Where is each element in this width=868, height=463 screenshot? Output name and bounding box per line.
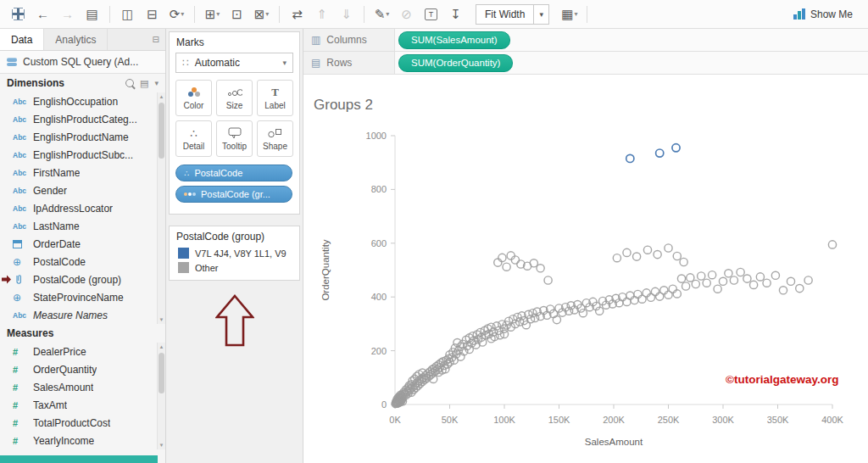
scroll-up-icon[interactable]: ▲ bbox=[158, 343, 165, 351]
panel-menu-icon[interactable]: ⊟ bbox=[147, 29, 165, 50]
undo-icon[interactable]: ← bbox=[31, 4, 54, 25]
field-taxamt[interactable]: #TaxAmt bbox=[0, 396, 165, 414]
view-options-icon[interactable]: ▤ bbox=[140, 78, 148, 89]
data-point[interactable] bbox=[737, 268, 744, 276]
data-point[interactable] bbox=[730, 276, 737, 284]
data-point-highlighted[interactable] bbox=[626, 154, 634, 162]
field-dealerprice[interactable]: #DealerPrice bbox=[0, 343, 165, 360]
data-point[interactable] bbox=[498, 254, 506, 261]
data-point[interactable] bbox=[787, 277, 794, 285]
label-button[interactable]: TLabel bbox=[257, 80, 293, 116]
data-point-highlighted[interactable] bbox=[656, 149, 664, 157]
scatter-plot[interactable]: 0K50K100K150K200K250K300K350K400K0200400… bbox=[303, 75, 868, 463]
data-point[interactable] bbox=[579, 310, 587, 317]
data-point[interactable] bbox=[494, 259, 502, 266]
group-members-icon[interactable]: ⊘ bbox=[395, 4, 418, 25]
field-englishproductname[interactable]: AbcEnglishProductName bbox=[0, 128, 165, 146]
new-datasource-icon[interactable]: ◫ bbox=[116, 4, 139, 25]
data-point[interactable] bbox=[673, 252, 681, 259]
data-point[interactable] bbox=[719, 277, 726, 285]
field-yearlyincome[interactable]: #YearlyIncome bbox=[0, 432, 165, 449]
field-lastname[interactable]: AbcLastName bbox=[0, 217, 165, 235]
data-point[interactable] bbox=[530, 259, 537, 267]
field-salesamount[interactable]: #SalesAmount bbox=[0, 378, 165, 396]
scroll-down-icon[interactable]: ▼ bbox=[158, 315, 165, 324]
data-point[interactable] bbox=[626, 292, 634, 299]
data-point[interactable] bbox=[687, 274, 694, 282]
data-point[interactable] bbox=[743, 275, 751, 282]
data-point[interactable] bbox=[631, 296, 638, 304]
field-englishproductcateg-[interactable]: AbcEnglishProductCateg... bbox=[0, 110, 165, 128]
show-mark-labels-icon[interactable]: T bbox=[420, 4, 442, 25]
scroll-thumb[interactable] bbox=[159, 103, 164, 159]
color-button[interactable]: Color bbox=[175, 80, 212, 116]
data-point[interactable] bbox=[703, 279, 710, 287]
field-firstname[interactable]: AbcFirstName bbox=[0, 164, 165, 181]
field-gender[interactable]: AbcGender bbox=[0, 181, 165, 199]
data-point[interactable] bbox=[763, 279, 771, 287]
marks-pill-1[interactable]: ∴PostalCode bbox=[175, 165, 292, 181]
clear-sheet-icon[interactable]: ⊠▾ bbox=[250, 4, 273, 25]
data-point[interactable] bbox=[682, 282, 690, 290]
size-button[interactable]: Size bbox=[216, 80, 253, 116]
data-point[interactable] bbox=[698, 272, 705, 280]
tableau-logo-icon[interactable] bbox=[7, 4, 30, 25]
rows-pill[interactable]: SUM(OrderQuantity) bbox=[398, 54, 513, 72]
detail-button[interactable]: ∴Detail bbox=[175, 120, 212, 157]
run-auto-updates-icon[interactable]: ⟳▾ bbox=[165, 4, 188, 25]
swap-axes-icon[interactable]: ⇄ bbox=[286, 4, 309, 25]
field-englishproductsubc-[interactable]: AbcEnglishProductSubc... bbox=[0, 146, 165, 164]
mark-type-dropdown[interactable]: ∷ Automatic ▾ bbox=[175, 53, 293, 73]
data-point[interactable] bbox=[511, 256, 519, 264]
duplicate-sheet-icon[interactable]: ⊡ bbox=[225, 4, 248, 25]
field-orderdate[interactable]: OrderDate bbox=[0, 235, 165, 253]
fit-caret-icon[interactable]: ▾ bbox=[533, 5, 548, 24]
data-point[interactable] bbox=[651, 287, 659, 295]
field-postalcode-group-[interactable]: PostalCode (group) bbox=[0, 271, 165, 288]
tab-data[interactable]: Data bbox=[0, 29, 44, 50]
columns-pill[interactable]: SUM(SalesAmount) bbox=[398, 31, 510, 49]
data-point[interactable] bbox=[725, 270, 732, 277]
field-totalproductcost[interactable]: #TotalProductCost bbox=[0, 414, 165, 432]
data-point[interactable] bbox=[692, 280, 699, 287]
field-stateprovincename[interactable]: ⊕StateProvinceName bbox=[0, 288, 165, 306]
data-point[interactable] bbox=[796, 285, 804, 293]
dimensions-scrollbar[interactable]: ▲▼ bbox=[157, 92, 165, 324]
highlight-icon[interactable]: ✎▾ bbox=[370, 4, 393, 25]
data-point[interactable] bbox=[779, 287, 787, 294]
new-sheet-icon[interactable]: ⊞▾ bbox=[201, 4, 224, 25]
data-point[interactable] bbox=[537, 265, 544, 272]
data-point[interactable] bbox=[613, 254, 620, 262]
partial-selected-row[interactable] bbox=[0, 455, 158, 463]
field-orderquantity[interactable]: #OrderQuantity bbox=[0, 360, 165, 378]
pin-icon[interactable]: ↧ bbox=[444, 4, 467, 25]
data-point[interactable] bbox=[665, 244, 672, 252]
data-point[interactable] bbox=[654, 251, 661, 259]
scroll-up-icon[interactable]: ▲ bbox=[158, 92, 165, 101]
legend-item[interactable]: Other bbox=[170, 260, 299, 275]
field-ipaddresslocator[interactable]: AbcIpAddressLocator bbox=[0, 199, 165, 217]
search-icon[interactable] bbox=[125, 79, 134, 87]
field-measure-names[interactable]: AbcMeasure Names bbox=[0, 306, 165, 324]
dimensions-menu-caret-icon[interactable]: ▾ bbox=[154, 79, 159, 87]
redo-icon[interactable]: → bbox=[56, 4, 79, 25]
columns-shelf[interactable]: ▥ Columns SUM(SalesAmount) bbox=[303, 29, 868, 52]
field-postalcode[interactable]: ⊕PostalCode bbox=[0, 253, 165, 271]
fit-selector[interactable]: Fit Width▾ bbox=[476, 4, 549, 25]
data-point[interactable] bbox=[828, 241, 836, 248]
datasource-item[interactable]: Custom SQL Query (Ad... bbox=[0, 51, 165, 74]
tooltip-button[interactable]: Tooltip bbox=[216, 120, 253, 157]
data-point[interactable] bbox=[669, 285, 676, 293]
data-point[interactable] bbox=[756, 273, 764, 281]
field-englishoccupation[interactable]: AbcEnglishOccupation bbox=[0, 92, 165, 110]
data-point[interactable] bbox=[709, 271, 716, 279]
show-hide-cards-icon[interactable]: ▦▾ bbox=[558, 4, 581, 25]
data-point[interactable] bbox=[492, 322, 500, 330]
marks-pill-2[interactable]: PostalCode (gr... bbox=[175, 186, 292, 203]
data-point[interactable] bbox=[623, 248, 631, 256]
data-point[interactable] bbox=[503, 263, 510, 271]
data-point[interactable] bbox=[673, 290, 681, 298]
show-me-button[interactable]: Show Me bbox=[785, 6, 861, 23]
data-point[interactable] bbox=[553, 316, 560, 324]
tab-analytics[interactable]: Analytics bbox=[44, 29, 108, 50]
